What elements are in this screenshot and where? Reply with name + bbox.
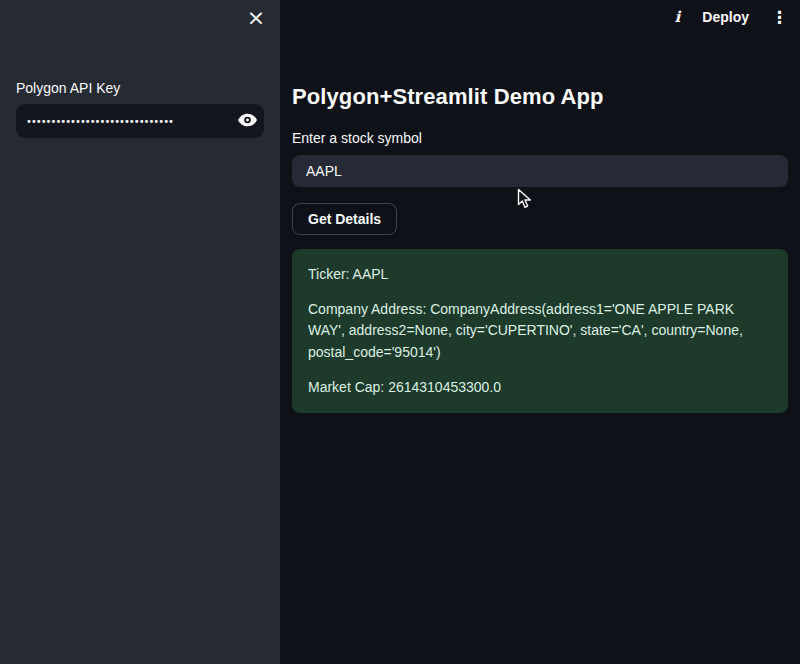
page-title: Polygon+Streamlit Demo App <box>292 84 788 110</box>
kebab-menu-icon: ⋮ <box>771 7 788 27</box>
deploy-button[interactable]: Deploy <box>702 9 749 25</box>
api-key-input-wrapper <box>16 104 264 138</box>
get-details-button[interactable]: Get Details <box>292 203 397 235</box>
result-address-line: Company Address: CompanyAddress(address1… <box>308 299 772 364</box>
sidebar-close-button[interactable]: × <box>242 4 270 32</box>
app-window: × Polygon API Key i <box>0 0 800 664</box>
result-ticker-line: Ticker: AAPL <box>308 264 772 286</box>
symbol-input-label: Enter a stock symbol <box>292 130 788 146</box>
result-market-cap-line: Market Cap: 2614310453300.0 <box>308 377 772 399</box>
top-toolbar: i Deploy ⋮ <box>663 0 800 34</box>
app-running-status-icon: i <box>675 8 681 26</box>
sidebar: × Polygon API Key <box>0 0 280 664</box>
password-visibility-toggle[interactable] <box>230 104 264 138</box>
symbol-input[interactable] <box>292 155 788 187</box>
result-success-box: Ticker: AAPL Company Address: CompanyAdd… <box>292 249 788 413</box>
api-key-field: Polygon API Key <box>16 80 264 138</box>
main-area: i Deploy ⋮ Polygon+Streamlit Demo App En… <box>280 0 800 664</box>
overflow-menu-button[interactable]: ⋮ <box>771 9 788 26</box>
eye-icon <box>238 113 257 130</box>
main-content: Polygon+Streamlit Demo App Enter a stock… <box>280 0 800 413</box>
api-key-input[interactable] <box>16 104 230 138</box>
api-key-label: Polygon API Key <box>16 80 264 96</box>
close-icon: × <box>247 5 265 30</box>
